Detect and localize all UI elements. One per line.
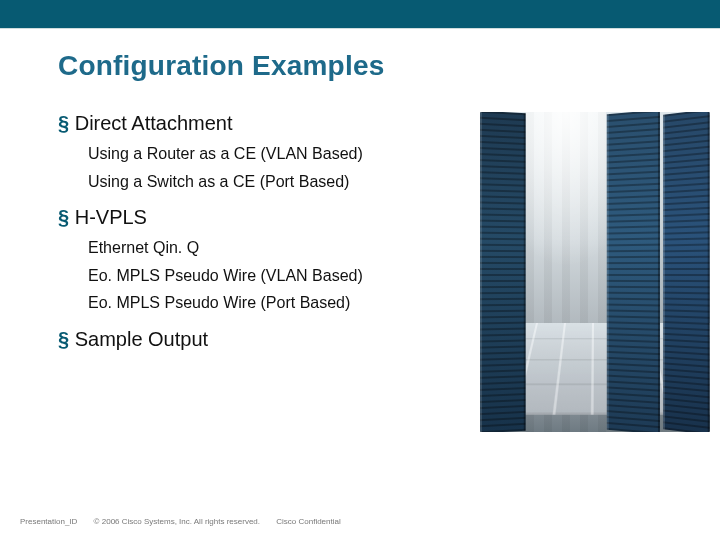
datacenter-photo bbox=[480, 112, 710, 432]
footer-copyright: © 2006 Cisco Systems, Inc. All rights re… bbox=[94, 517, 260, 526]
section: Direct Attachment Using a Router as a CE… bbox=[58, 112, 478, 192]
footer-presentation-id: Presentation_ID bbox=[20, 517, 77, 526]
page-title: Configuration Examples bbox=[58, 50, 384, 82]
section-sub: Eo. MPLS Pseudo Wire (VLAN Based) bbox=[88, 265, 478, 287]
content: Direct Attachment Using a Router as a CE… bbox=[58, 112, 478, 365]
footer: Presentation_ID © 2006 Cisco Systems, In… bbox=[20, 517, 355, 526]
section-sub: Using a Switch as a CE (Port Based) bbox=[88, 171, 478, 193]
photo-rack-left bbox=[480, 112, 526, 432]
section: H-VPLS Ethernet Qin. Q Eo. MPLS Pseudo W… bbox=[58, 206, 478, 314]
section-sub: Ethernet Qin. Q bbox=[88, 237, 478, 259]
photo-rack-right-1 bbox=[607, 112, 660, 432]
top-bar bbox=[0, 0, 720, 28]
section-sub: Using a Router as a CE (VLAN Based) bbox=[88, 143, 478, 165]
slide: Configuration Examples Direct Attachment… bbox=[0, 0, 720, 540]
footer-confidential: Cisco Confidential bbox=[276, 517, 340, 526]
section-heading: Direct Attachment bbox=[58, 112, 478, 135]
photo-rack-right-2 bbox=[663, 112, 710, 432]
section-sub: Eo. MPLS Pseudo Wire (Port Based) bbox=[88, 292, 478, 314]
section-heading: H-VPLS bbox=[58, 206, 478, 229]
section-heading: Sample Output bbox=[58, 328, 478, 351]
section: Sample Output bbox=[58, 328, 478, 351]
